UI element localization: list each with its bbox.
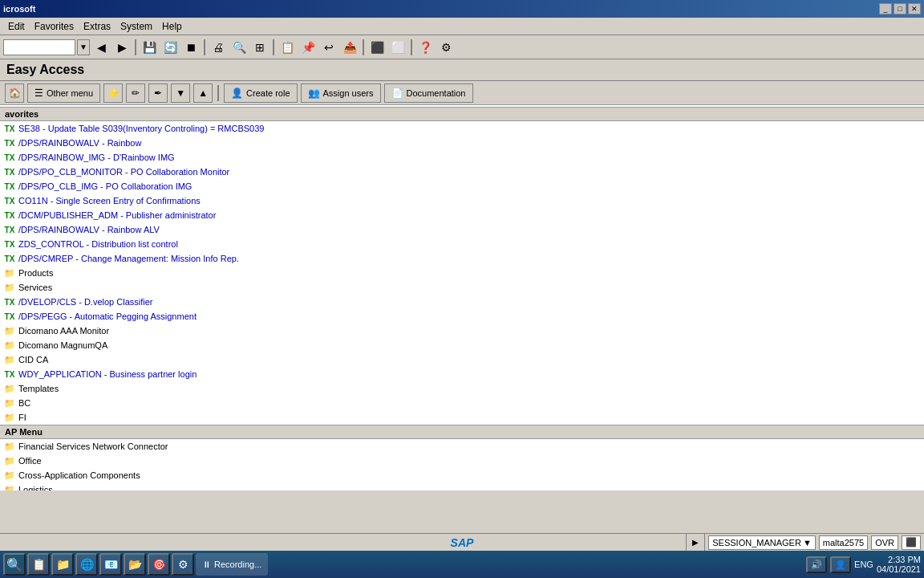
tx-icon-2: TX: [3, 136, 16, 149]
create-role-button[interactable]: 👤 Create role: [224, 83, 297, 103]
command-dropdown[interactable]: ▼: [77, 39, 90, 55]
list-item[interactable]: 📁 Templates: [0, 381, 924, 396]
layout1-button[interactable]: ⬛: [367, 38, 387, 57]
item-po-img[interactable]: /DPS/PO_CLB_IMG - PO Collaboration IMG: [18, 181, 192, 191]
layout2-button[interactable]: ⬜: [388, 38, 407, 57]
tool2-button[interactable]: 📌: [298, 38, 318, 57]
list-item[interactable]: 📁 Office: [0, 454, 924, 468]
taskbar-btn-6[interactable]: 🎯: [148, 553, 170, 576]
item-zds-control[interactable]: ZDS_CONTROL - Distribution list control: [18, 239, 178, 249]
start-button[interactable]: 🔍: [3, 553, 26, 576]
taskbar-btn-sap[interactable]: ⚙: [172, 553, 194, 576]
back-button[interactable]: ◀: [91, 38, 111, 57]
list-item[interactable]: 📁 Dicomano MagnumQA: [0, 338, 924, 352]
list-item[interactable]: TX /DPS/PEGG - Automatic Pegging Assignm…: [0, 309, 924, 324]
documentation-button[interactable]: 📄 Documentation: [384, 83, 473, 103]
list-item[interactable]: TX CO11N - Single Screen Entry of Confir…: [0, 193, 924, 208]
change-favorites-button[interactable]: ✏: [126, 83, 145, 103]
forward-button[interactable]: ▶: [112, 38, 132, 57]
other-menu-button[interactable]: ☰ Other menu: [27, 83, 100, 103]
list-item[interactable]: 📁 Services: [0, 280, 924, 295]
list-item[interactable]: TX /DVELOP/CLS - D.velop Classifier: [0, 295, 924, 309]
list-item[interactable]: 📁 CID CA: [0, 352, 924, 367]
save-button[interactable]: 💾: [140, 38, 159, 57]
item-po-monitor[interactable]: /DPS/PO_CLB_MONITOR - PO Collaboration M…: [18, 167, 229, 177]
sort-button[interactable]: ▲: [193, 83, 213, 103]
list-item[interactable]: TX /DPS/PO_CLB_IMG - PO Collaboration IM…: [0, 179, 924, 193]
item-cmrep[interactable]: /DPS/CMREP - Change Management: Mission …: [18, 254, 239, 263]
item-dvelop[interactable]: /DVELOP/CLS - D.velop Classifier: [18, 297, 153, 307]
list-item[interactable]: TX /DPS/RAINBOW_IMG - D'Rainbow IMG: [0, 150, 924, 165]
item-wdy[interactable]: WDY_APPLICATION - Business partner login: [18, 369, 197, 379]
list-item[interactable]: 📁 BC: [0, 396, 924, 410]
dropdown-button[interactable]: ▼: [171, 83, 190, 103]
home-button[interactable]: 🏠: [5, 83, 24, 103]
list-item[interactable]: TX ZDS_CONTROL - Distribution list contr…: [0, 237, 924, 251]
list-item[interactable]: 📁 Products: [0, 266, 924, 280]
list-item[interactable]: TX /DPS/RAINBOWALV - Rainbow ALV: [0, 222, 924, 237]
item-fi[interactable]: FI: [18, 413, 26, 422]
taskbar-btn-chrome[interactable]: 🌐: [75, 553, 98, 576]
item-office[interactable]: Office: [18, 456, 42, 466]
taskbar-recording-app[interactable]: ⏸ Recording...: [196, 553, 268, 576]
taskbar-btn-2[interactable]: 📁: [51, 553, 74, 576]
settings-button[interactable]: ⚙: [436, 38, 456, 57]
assign-users-button[interactable]: 👥 Assign users: [301, 83, 381, 103]
list-item[interactable]: TX /DPS/CMREP - Change Management: Missi…: [0, 251, 924, 266]
item-rainbowalv2[interactable]: /DPS/RAINBOWALV - Rainbow ALV: [18, 225, 160, 234]
command-field[interactable]: [3, 39, 75, 55]
list-item[interactable]: 📁 Financial Services Network Connector: [0, 439, 924, 454]
print-button[interactable]: 🖨: [209, 38, 228, 57]
item-dicomano-qa[interactable]: Dicomano MagnumQA: [18, 340, 107, 350]
menu-system[interactable]: System: [116, 19, 157, 34]
list-item[interactable]: TX /DPS/RAINBOWALV - Rainbow: [0, 136, 924, 150]
minimize-button[interactable]: _: [879, 3, 892, 14]
list-item[interactable]: 📁 FI: [0, 410, 924, 425]
item-dicomano-aaa[interactable]: Dicomano AAA Monitor: [18, 326, 109, 336]
list-item[interactable]: TX WDY_APPLICATION - Business partner lo…: [0, 367, 924, 381]
menu-edit[interactable]: Edit: [3, 19, 30, 34]
help-button[interactable]: ❓: [415, 38, 435, 57]
list-item[interactable]: TX SE38 - Update Table S039(Inventory Co…: [0, 121, 924, 136]
item-cross-app[interactable]: Cross-Application Components: [18, 470, 140, 480]
add-favorites-button[interactable]: ⭐: [103, 83, 123, 103]
list-item[interactable]: TX /DPS/PO_CLB_MONITOR - PO Collaboratio…: [0, 165, 924, 179]
menu-favorites[interactable]: Favorites: [30, 19, 79, 34]
session-play-button[interactable]: ▶: [686, 533, 705, 552]
taskbar-btn-4[interactable]: 📧: [99, 553, 122, 576]
tool1-button[interactable]: 📋: [278, 38, 297, 57]
taskbar-btn-1[interactable]: 📋: [27, 553, 50, 576]
item-cid-ca[interactable]: CID CA: [18, 355, 48, 364]
item-se38[interactable]: SE38 - Update Table S039(Inventory Contr…: [18, 124, 264, 133]
item-fsn[interactable]: Financial Services Network Connector: [18, 442, 168, 451]
item-co11n[interactable]: CO11N - Single Screen Entry of Confirmat…: [18, 196, 201, 206]
taskbar-btn-5[interactable]: 📂: [124, 553, 146, 576]
edit-button[interactable]: ✒: [148, 83, 168, 103]
list-item[interactable]: 📁 Dicomano AAA Monitor: [0, 324, 924, 338]
taskbar-sys-1[interactable]: 🔊: [806, 556, 827, 573]
list-item[interactable]: 📁 Cross-Application Components: [0, 468, 924, 482]
stop-button[interactable]: ⏹: [181, 38, 201, 57]
tree-area: avorites TX SE38 - Update Table S039(Inv…: [0, 105, 924, 490]
close-button[interactable]: ✕: [908, 3, 921, 14]
item-rainbow-img[interactable]: /DPS/RAINBOW_IMG - D'Rainbow IMG: [18, 153, 175, 162]
item-products[interactable]: Products: [18, 268, 53, 278]
list-item[interactable]: 📁 Logistics: [0, 482, 924, 490]
item-bc[interactable]: BC: [18, 398, 30, 408]
item-publisher[interactable]: /DCM/PUBLISHER_ADM - Publisher administr…: [18, 210, 216, 220]
tool3-button[interactable]: ↩: [319, 38, 338, 57]
expand-button[interactable]: ⊞: [250, 38, 270, 57]
item-services[interactable]: Services: [18, 283, 52, 292]
refresh-button[interactable]: 🔄: [160, 38, 180, 57]
item-pegg[interactable]: /DPS/PEGG - Automatic Pegging Assignment: [18, 311, 197, 321]
taskbar-notify[interactable]: 👤: [830, 556, 851, 573]
maximize-button[interactable]: □: [894, 3, 906, 14]
find-button[interactable]: 🔍: [229, 38, 249, 57]
tool4-button[interactable]: 📤: [340, 38, 359, 57]
item-rainbowalv[interactable]: /DPS/RAINBOWALV - Rainbow: [18, 138, 141, 148]
item-templates[interactable]: Templates: [18, 384, 59, 393]
list-item[interactable]: TX /DCM/PUBLISHER_ADM - Publisher admini…: [0, 208, 924, 222]
item-logistics[interactable]: Logistics: [18, 485, 53, 490]
menu-extras[interactable]: Extras: [79, 19, 116, 34]
menu-help[interactable]: Help: [157, 19, 187, 34]
